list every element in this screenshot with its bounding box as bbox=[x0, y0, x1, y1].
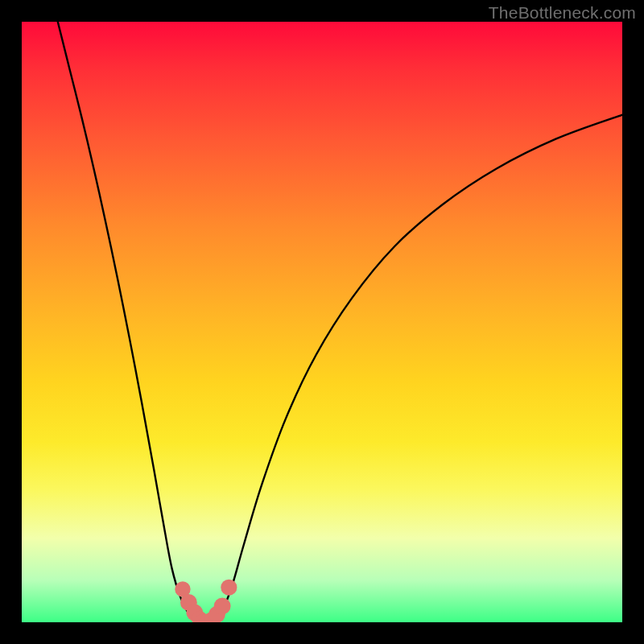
bottleneck-curve bbox=[58, 22, 622, 622]
chart-frame: TheBottleneck.com bbox=[0, 0, 644, 644]
marker-dot bbox=[214, 597, 231, 614]
curve-layer bbox=[22, 22, 622, 622]
marker-dot bbox=[221, 580, 237, 596]
curve-path bbox=[58, 22, 622, 622]
marker-cluster bbox=[175, 580, 237, 622]
plot-area bbox=[22, 22, 622, 622]
watermark-text: TheBottleneck.com bbox=[489, 3, 636, 23]
